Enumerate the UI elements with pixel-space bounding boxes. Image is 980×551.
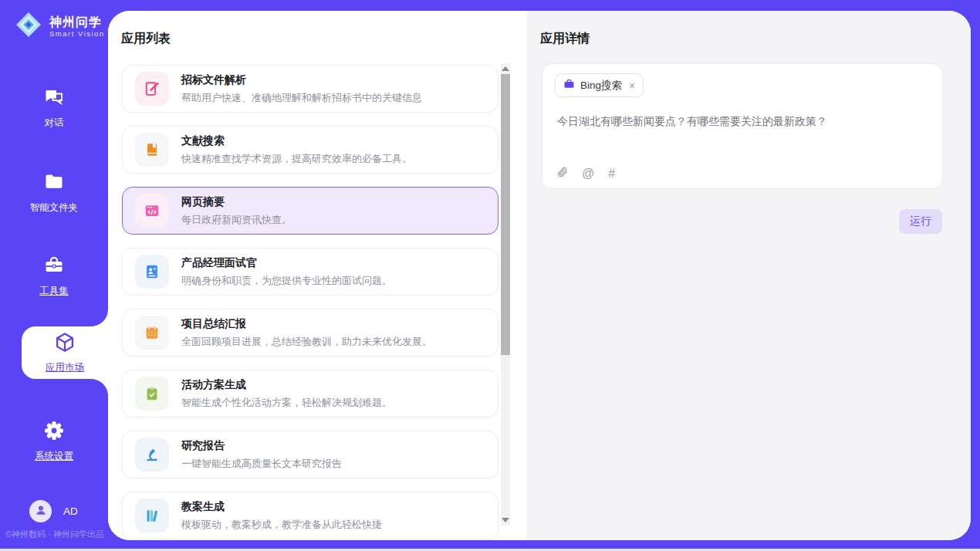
sidebar-item-smart-folder[interactable]: 智能文件夹 [0,171,108,215]
app-card-webpage-summary[interactable]: 网页摘要 每日政府新闻资讯快查。 [122,187,498,235]
app-card-lesson-plan[interactable]: 教案生成 模板驱动，教案秒成，教学准备从此轻松快捷 [122,492,498,539]
scroll-down-arrow[interactable] [502,518,509,522]
toolbox-icon [43,255,65,279]
sidebar: 神州问学 Smart Vision 对话 智能文件夹 [0,0,108,549]
briefcase-icon [563,78,575,93]
app-card-description: 一键智能生成高质量长文本研究报告 [181,457,342,471]
diamond-logo-icon [14,10,43,42]
sidebar-item-label: 对话 [45,117,64,130]
notepad-icon [135,316,169,350]
app-card-title: 活动方案生成 [181,378,392,392]
app-card-literature-search[interactable]: 文献搜索 快速精准查找学术资源，提高研究效率的必备工具。 [122,126,498,174]
sidebar-item-chat[interactable]: 对话 [0,86,108,130]
app-card-title: 教案生成 [181,500,382,514]
brand-tagline: Smart Vision [49,29,105,38]
app-window: 神州问学 Smart Vision 对话 智能文件夹 [0,0,980,549]
cube-icon [53,331,76,357]
chat-icon [43,86,65,111]
app-card-project-summary[interactable]: 项目总结汇报 全面回顾项目进展，总结经验教训，助力未来优化发展。 [122,309,498,357]
gear-icon [43,420,65,445]
sidebar-item-label: 应用市场 [46,361,84,374]
avatar [29,500,52,522]
close-icon[interactable]: × [629,79,635,92]
books-icon [135,499,169,532]
app-card-research-report[interactable]: 研究报告 一键智能生成高质量长文本研究报告 [122,431,498,478]
at-icon[interactable]: @ [582,167,594,180]
app-card-description: 全面回顾项目进展，总结经验教训，助力未来优化发展。 [181,335,432,349]
app-list-title: 应用列表 [121,31,171,47]
tab-curve-bottom [91,379,108,396]
sidebar-item-toolset[interactable]: 工具集 [0,255,108,298]
paperclip-icon[interactable] [556,166,568,181]
app-card-description: 帮助用户快速、准确地理解和解析招标书中的关键信息 [181,91,422,105]
app-detail-panel: 应用详情 Bing搜索 × 今日湖北有哪些新闻要点？有哪些需要关注的最新政策？ [527,11,971,540]
app-card-pm-interviewer[interactable]: 产品经理面试官 明确身份和职责，为您提供专业性的面试问题。 [122,248,498,296]
sidebar-item-label: 智能文件夹 [30,201,79,215]
app-card-title: 产品经理面试官 [181,256,392,270]
app-card-title: 项目总结汇报 [181,317,432,331]
app-card-description: 模板驱动，教案秒成，教学准备从此轻松快捷 [181,518,382,532]
run-button[interactable]: 运行 [899,209,942,234]
app-card-event-plan[interactable]: 活动方案生成 智能生成个性化活动方案，轻松解决规划难题。 [122,370,498,417]
scroll-thumb[interactable] [501,74,510,355]
app-card-title: 研究报告 [181,439,342,453]
app-card-title: 网页摘要 [181,195,292,209]
hash-icon[interactable]: # [608,167,615,180]
tool-chip-bing-search[interactable]: Bing搜索 × [555,73,644,97]
user-profile[interactable]: AD [29,500,78,522]
user-initials: AD [63,505,78,517]
sidebar-item-label: 工具集 [39,285,69,298]
book-icon [135,133,169,167]
app-card-description: 明确身份和职责，为您提供专业性的面试问题。 [181,274,392,288]
app-card-title: 文献搜索 [181,134,412,148]
app-card-description: 智能生成个性化活动方案，轻松解决规划难题。 [181,396,392,410]
prompt-card: Bing搜索 × 今日湖北有哪些新闻要点？有哪些需要关注的最新政策？ @ # [542,63,943,189]
sidebar-item-app-market[interactable]: 应用市场 [22,326,108,379]
webpage-code-icon [135,194,169,228]
brand-logo: 神州问学 Smart Vision [14,10,105,42]
prompt-input[interactable]: 今日湖北有哪些新闻要点？有哪些需要关注的最新政策？ [557,113,930,129]
app-card-description: 快速精准查找学术资源，提高研究效率的必备工具。 [181,152,412,166]
scroll-up-arrow[interactable] [502,66,509,71]
prompt-toolbar: @ # [556,166,615,181]
copyright-text: ©神州数码 · 神州问学出品 [5,529,104,540]
app-card-description: 每日政府新闻资讯快查。 [181,213,292,227]
app-detail-title: 应用详情 [540,31,590,47]
sidebar-item-settings[interactable]: 系统设置 [0,420,108,463]
app-card-bid-analysis[interactable]: 招标文件解析 帮助用户快速、准确地理解和解析招标书中的关键信息 [122,65,498,113]
main-content: 应用列表 招标文件解析 帮助用户快速、准确地理解和解析招标书中的关键信息 [108,11,971,540]
document-edit-icon [135,72,169,106]
scrollbar[interactable] [501,63,510,526]
resume-person-icon [135,255,169,289]
brand-name: 神州问学 [49,15,105,29]
sidebar-item-label: 系统设置 [35,450,73,463]
tool-chip-label: Bing搜索 [580,79,622,93]
folder-icon [43,171,65,196]
clipboard-check-icon [135,377,169,411]
microscope-icon [135,438,169,472]
tab-curve-top [91,309,108,326]
person-avatar-icon [33,502,49,521]
app-list-panel: 应用列表 招标文件解析 帮助用户快速、准确地理解和解析招标书中的关键信息 [108,11,527,540]
app-card-list: 招标文件解析 帮助用户快速、准确地理解和解析招标书中的关键信息 文献搜索 [122,65,498,539]
app-card-title: 招标文件解析 [181,73,422,87]
